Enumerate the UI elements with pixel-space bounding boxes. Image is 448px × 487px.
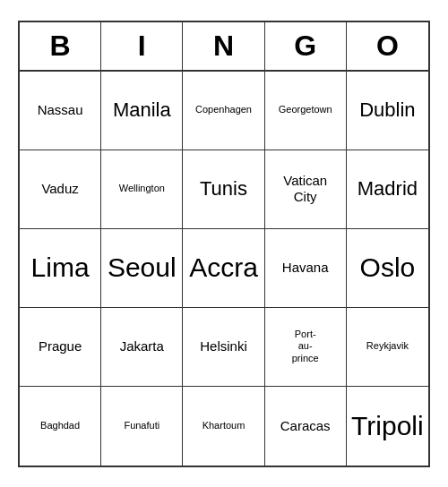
cell-text-0: Nassau [38, 102, 83, 118]
header-letter-n: N [183, 22, 264, 70]
bingo-cell-19: Reykjavik [347, 308, 428, 387]
bingo-cell-16: Jakarta [101, 308, 183, 387]
bingo-cell-10: Lima [20, 229, 101, 308]
bingo-cell-7: Tunis [183, 150, 264, 229]
bingo-card: BINGO NassauManilaCopenhagenGeorgetownDu… [18, 21, 430, 467]
cell-text-18: Port-au-prince [292, 329, 319, 364]
cell-text-6: Wellington [119, 183, 165, 194]
bingo-cell-12: Accra [183, 229, 264, 308]
bingo-cell-2: Copenhagen [183, 72, 264, 150]
bingo-cell-11: Seoul [101, 229, 183, 308]
bingo-cell-5: Vaduz [20, 150, 101, 229]
cell-text-19: Reykjavik [366, 340, 409, 352]
header-letter-g: G [265, 22, 347, 70]
bingo-header: BINGO [20, 22, 428, 72]
header-letter-o: O [347, 22, 428, 70]
bingo-cell-24: Tripoli [347, 387, 428, 466]
bingo-cell-3: Georgetown [265, 72, 347, 150]
cell-text-16: Jakarta [120, 338, 164, 355]
cell-text-23: Caracas [280, 418, 331, 434]
cell-text-3: Georgetown [279, 104, 332, 115]
bingo-cell-13: Havana [265, 229, 347, 308]
bingo-cell-17: Helsinki [183, 308, 264, 387]
bingo-grid: NassauManilaCopenhagenGeorgetownDublinVa… [20, 72, 428, 466]
cell-text-17: Helsinki [200, 338, 247, 355]
bingo-cell-8: VaticanCity [265, 150, 347, 229]
bingo-cell-23: Caracas [265, 387, 347, 466]
cell-text-7: Tunis [200, 177, 247, 201]
cell-text-4: Dublin [359, 98, 415, 122]
bingo-cell-20: Baghdad [20, 387, 101, 466]
cell-text-22: Khartoum [202, 420, 246, 431]
cell-text-8: VaticanCity [283, 173, 327, 205]
bingo-cell-0: Nassau [20, 72, 101, 150]
cell-text-21: Funafuti [124, 420, 159, 431]
bingo-cell-22: Khartoum [183, 387, 264, 466]
cell-text-12: Accra [189, 252, 258, 284]
bingo-cell-15: Prague [20, 308, 101, 387]
cell-text-9: Madrid [358, 177, 418, 201]
header-letter-i: I [101, 22, 183, 70]
cell-text-13: Havana [282, 260, 329, 276]
bingo-cell-14: Oslo [347, 229, 428, 308]
cell-text-14: Oslo [360, 252, 416, 284]
cell-text-24: Tripoli [351, 410, 424, 442]
bingo-cell-6: Wellington [101, 150, 183, 229]
cell-text-5: Vaduz [41, 181, 78, 197]
cell-text-10: Lima [31, 252, 90, 284]
bingo-cell-4: Dublin [347, 72, 428, 150]
bingo-cell-18: Port-au-prince [265, 308, 347, 387]
bingo-cell-9: Madrid [347, 150, 428, 229]
header-letter-b: B [20, 22, 101, 70]
bingo-cell-1: Manila [101, 72, 183, 150]
bingo-cell-21: Funafuti [101, 387, 183, 466]
cell-text-20: Baghdad [40, 420, 80, 431]
cell-text-15: Prague [39, 338, 82, 355]
cell-text-1: Manila [113, 98, 171, 122]
cell-text-11: Seoul [108, 252, 177, 284]
cell-text-2: Copenhagen [195, 104, 252, 115]
